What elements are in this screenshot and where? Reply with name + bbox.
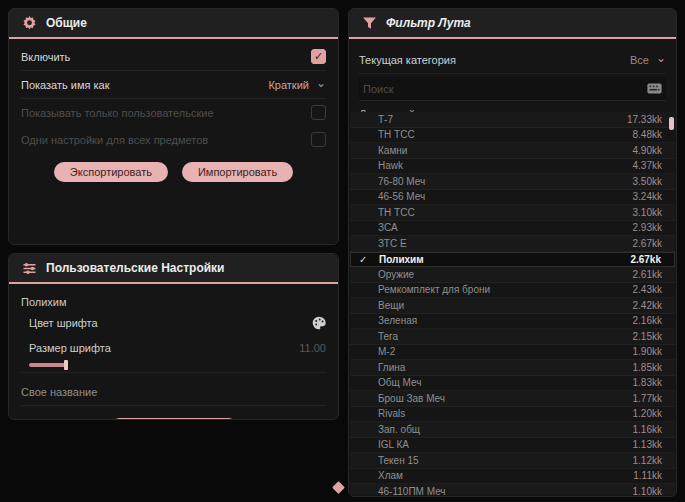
cursor-icon [332, 481, 345, 494]
loot-item-name: Ремкомплект для брони [378, 284, 490, 295]
loot-list-item[interactable]: Брош Зав Меч1.77kk [350, 391, 675, 407]
loot-item-value: 1.11kk [633, 470, 662, 481]
loot-list-item[interactable]: 46-110ПМ Меч1.10kk [350, 484, 675, 495]
export-button[interactable]: Экспортировать [54, 162, 168, 182]
loot-list-item[interactable]: М-21.90kk [350, 345, 675, 361]
loot-item-name: Хлам [378, 470, 403, 481]
loot-item-value: 8.48kk [633, 129, 662, 140]
search-placeholder: Поиск [363, 83, 393, 95]
loot-item-value: 1.13kk [633, 439, 662, 450]
loot-list-item[interactable]: ТН ТСС8.48kk [350, 128, 675, 144]
loot-list: Т-717.33kkТН ТСС8.48kkКамни4.90kkHawk4.3… [350, 112, 675, 495]
loot-item-value: 3.24kk [633, 191, 662, 202]
loot-item-name: Текен 15 [378, 455, 419, 466]
loot-list-item[interactable]: Зеленая2.16kk [350, 314, 675, 330]
slider-handle[interactable] [64, 360, 68, 370]
loot-item-name: Зеленая [378, 315, 417, 326]
loot-list-item[interactable]: ЗСА2.93kk [350, 221, 675, 237]
chevron-down-icon: ⌄ [316, 79, 326, 87]
setting-row-name-mode: Показать имя как Краткий ⌄ [21, 71, 326, 99]
loot-item-name: 46-56 Меч [378, 191, 425, 202]
custom-name-placeholder: Свое название [21, 386, 97, 398]
loot-list-item[interactable]: Ремкомплект для брони2.43kk [350, 283, 675, 299]
loot-item-name: Тега [378, 331, 398, 342]
loot-list-item[interactable]: Камни4.90kk [350, 143, 675, 159]
loot-list-item[interactable]: IGL КА1.13kk [350, 438, 675, 454]
dropdown-value: Краткий [268, 79, 309, 91]
loot-item-name: 46-110ПМ Меч [378, 486, 446, 495]
slider-fill [29, 363, 66, 367]
loot-list-item[interactable]: 46-56 Меч3.24kk [350, 190, 675, 206]
loot-item-value: 1.90kk [633, 346, 662, 357]
name-mode-dropdown[interactable]: Краткий ⌄ [268, 79, 326, 91]
loot-list-item[interactable]: Hawk4.37kk [350, 159, 675, 175]
setting-label: Показать имя как [21, 79, 110, 91]
search-input[interactable]: Поиск [359, 77, 666, 101]
loot-item-name: Глина [378, 362, 405, 373]
custom-name-input[interactable]: Свое название [21, 379, 326, 406]
loot-item-value: 1.10kk [633, 486, 662, 495]
loot-item-name: Оружие [378, 269, 414, 280]
loot-list-item[interactable]: Тега2.15kk [350, 329, 675, 345]
category-dropdown[interactable]: Все ⌄ [630, 54, 666, 66]
loot-item-name: Полихим [379, 254, 424, 265]
loot-list-item[interactable]: ТН ТСС3.10kk [350, 205, 675, 221]
palette-icon[interactable] [312, 316, 326, 330]
loot-list-item[interactable]: Зап. общ1.16kk [350, 422, 675, 438]
import-button[interactable]: Импортировать [182, 162, 293, 182]
loot-item-value: 2.67kk [633, 238, 662, 249]
loot-list-item[interactable]: ✓Полихим2.67kk [350, 252, 675, 268]
loot-list-item[interactable]: Текен 151.12kk [350, 453, 675, 469]
panel-title: Пользовательские Настройки [46, 261, 224, 275]
loot-list-item[interactable]: Вещи2.42kk [350, 298, 675, 314]
loot-filter-panel: Фильтр Лута Текущая категория Все ⌄ Поис… [348, 8, 677, 497]
panel-title: Общие [46, 16, 87, 30]
loot-item-name: Вещи [378, 300, 404, 311]
loot-list-item[interactable]: Общ Меч1.83kk [350, 376, 675, 392]
loot-item-value: 1.83kk [633, 377, 662, 388]
setting-label: Одни настройки для всех предметов [21, 134, 208, 146]
loot-item-value: 1.12kk [633, 455, 662, 466]
loot-item-name: Камни [378, 145, 407, 156]
custom-settings-header: Пользовательские Настройки [9, 254, 338, 284]
loot-list-item[interactable]: 76-80 Меч3.50kk [350, 174, 675, 190]
loot-item-value: 3.50kk [633, 176, 662, 187]
loot-item-value: 2.93kk [633, 222, 662, 233]
loot-list-item[interactable]: Rivals1.20kk [350, 407, 675, 423]
enable-checkbox[interactable]: ✓ [311, 49, 326, 64]
loot-item-name: IGL КА [378, 439, 409, 450]
loot-item-value: 2.67kk [630, 254, 661, 265]
loot-item-value: 1.85kk [633, 362, 662, 373]
setting-row-same-settings: Одни настройки для всех предметов [21, 126, 326, 153]
chevron-down-icon: ⌄ [656, 54, 666, 62]
loot-item-value: 4.37kk [633, 160, 662, 171]
custom-only-checkbox[interactable] [311, 105, 326, 120]
general-panel-header: Общие [9, 9, 338, 39]
loot-item-value: 2.16kk [633, 315, 662, 326]
font-size-slider[interactable] [21, 360, 326, 373]
loot-item-name: ТН ТСС [378, 129, 415, 140]
setting-label: Показывать только пользовательские [21, 107, 214, 119]
loot-list-item[interactable]: Оружие2.61kk [350, 267, 675, 283]
gear-icon [21, 15, 37, 31]
loot-list-item[interactable]: Хлам1.11kk [350, 469, 675, 485]
sliders-icon [21, 260, 37, 276]
loot-list-item[interactable]: ЗТС Е2.67kk [350, 236, 675, 252]
category-value: Все [630, 54, 649, 66]
keyboard-icon[interactable] [647, 83, 662, 94]
loot-item-name: Rivals [378, 408, 405, 419]
loot-item-name: Hawk [378, 160, 403, 171]
font-color-row[interactable]: Цвет шрифта [21, 310, 326, 335]
category-label: Текущая категория [359, 54, 456, 66]
loot-item-name: ЗТС Е [378, 238, 407, 249]
delete-button[interactable]: Удалить [111, 418, 237, 420]
loot-item-value: 2.15kk [633, 331, 662, 342]
loot-list-item[interactable]: Т-717.33kk [350, 112, 675, 128]
loot-list-item[interactable]: Глина1.85kk [350, 360, 675, 376]
same-settings-checkbox[interactable] [311, 132, 326, 147]
scrollbar-thumb[interactable] [669, 117, 674, 130]
setting-row-enable: Включить ✓ [21, 43, 326, 71]
loot-item-name: Общ Меч [378, 377, 421, 388]
loot-item-name: ЗСА [378, 222, 398, 233]
selected-item-name: Полихим [21, 288, 326, 310]
